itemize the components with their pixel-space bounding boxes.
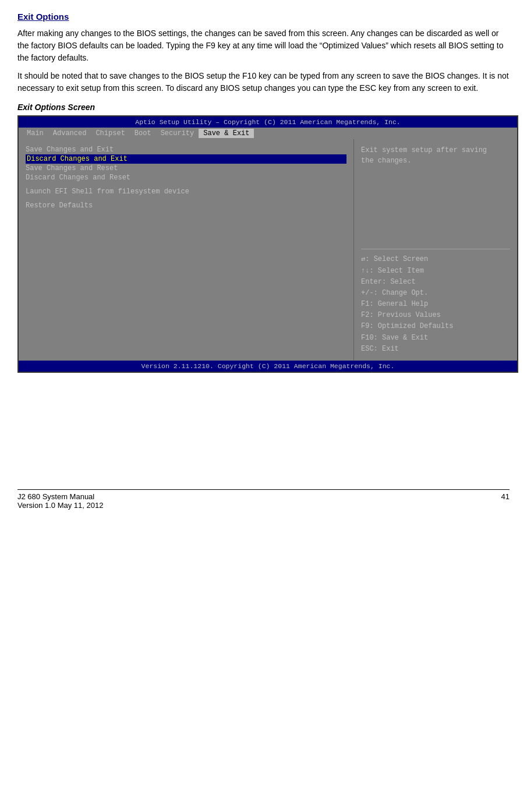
footer-left: J2 680 System Manual Version 1.0 May 11,… [17,492,103,510]
key-f1: F1: General Help [361,299,510,310]
menu-item-discard-exit[interactable]: Discard Changes and Exit [26,154,346,164]
bios-nav: Main Advanced Chipset Boot Security Save… [19,128,517,139]
key-enter: Enter: Select [361,277,510,288]
bios-header: Aptio Setup Utility – Copyright (C) 2011… [19,116,517,128]
menu-item-save-reset[interactable]: Save Changes and Reset [26,164,346,173]
key-f9: F9: Optimized Defaults [361,321,510,332]
page-footer: J2 680 System Manual Version 1.0 May 11,… [17,489,510,510]
nav-item-boot[interactable]: Boot [130,129,156,138]
nav-item-save-exit[interactable]: Save & Exit [199,129,254,138]
key-f2: F2: Previous Values [361,310,510,321]
nav-item-security[interactable]: Security [156,129,199,138]
page-title: Exit Options [17,12,510,22]
bios-body: Save Changes and Exit Discard Changes an… [19,139,517,361]
bios-menu: Save Changes and Exit Discard Changes an… [19,139,354,361]
menu-spacer-2 [26,196,346,201]
menu-item-discard-reset[interactable]: Discard Changes and Reset [26,173,346,182]
bios-sidebar: Exit system setup after savingthe change… [354,139,517,361]
menu-item-restore-defaults[interactable]: Restore Defaults [26,201,346,210]
footer-manual-title: J2 680 System Manual [17,492,94,501]
bios-divider [361,249,510,249]
footer-page-number: 41 [501,492,510,510]
key-select-item: ↑↓: Select Item [361,266,510,277]
menu-item-save-exit[interactable]: Save Changes and Exit [26,145,346,154]
bios-key-legend: ⇄: Select Screen ↑↓: Select Item Enter: … [361,254,510,355]
body-paragraph-2: It should be noted that to save changes … [17,70,510,94]
bios-screen: Aptio Setup Utility – Copyright (C) 2011… [17,115,518,373]
screen-subtitle: Exit Options Screen [17,103,510,112]
key-select-screen: ⇄: Select Screen [361,254,510,265]
nav-item-chipset[interactable]: Chipset [91,129,129,138]
key-plus-minus: +/-: Change Opt. [361,288,510,299]
key-esc: ESC: Exit [361,344,510,355]
nav-item-advanced[interactable]: Advanced [48,129,91,138]
nav-item-main[interactable]: Main [22,129,48,138]
bios-footer: Version 2.11.1210. Copyright (C) 2011 Am… [19,361,517,372]
menu-spacer-1 [26,182,346,187]
key-f10: F10: Save & Exit [361,333,510,344]
footer-version: Version 1.0 May 11, 2012 [17,501,103,510]
menu-item-efi-shell[interactable]: Launch EFI Shell from filesystem device [26,187,346,196]
bios-description: Exit system setup after savingthe change… [361,145,510,244]
body-paragraph-1: After making any changes to the BIOS set… [17,27,510,64]
